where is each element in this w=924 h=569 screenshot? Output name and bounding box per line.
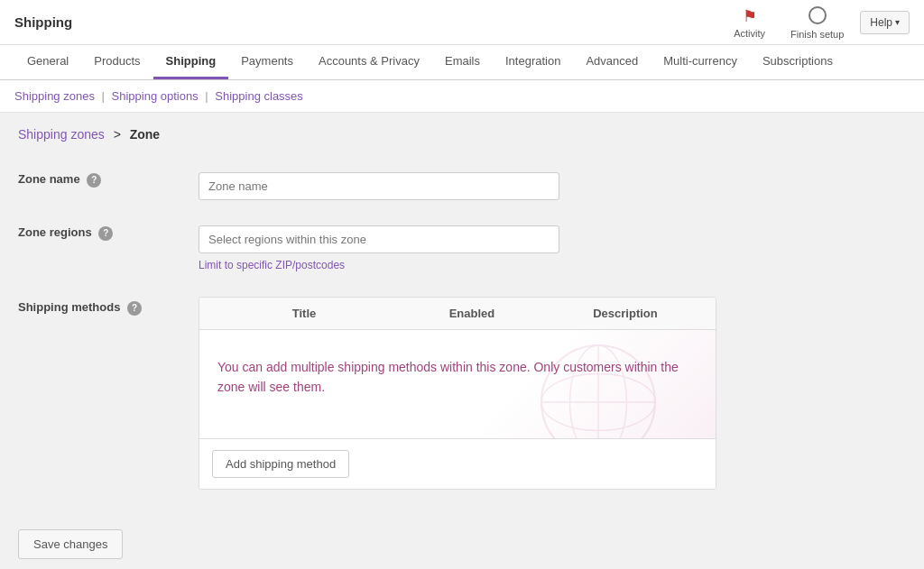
shipping-methods-footer: Add shipping method (199, 438, 716, 489)
shipping-methods-label-cell: Shipping methods ? (18, 284, 199, 502)
zone-regions-help-icon[interactable]: ? (98, 226, 113, 241)
shipping-methods-label: Shipping methods (18, 300, 120, 314)
page-content: Shipping zones > Zone Zone name ? Zone r… (0, 113, 924, 569)
limit-zip-link[interactable]: Limit to specific ZIP/postcodes (199, 259, 906, 271)
sub-nav-sep-1: | (102, 89, 108, 103)
sub-nav: Shipping zones | Shipping options | Ship… (0, 80, 924, 113)
sub-nav-shipping-classes[interactable]: Shipping classes (215, 89, 303, 103)
help-label: Help (870, 16, 892, 29)
shipping-methods-help-icon[interactable]: ? (127, 301, 142, 316)
activity-label: Activity (734, 28, 765, 39)
tab-multi-currency[interactable]: Multi-currency (651, 45, 750, 79)
tab-shipping[interactable]: Shipping (153, 45, 229, 79)
breadcrumb-current: Zone (130, 127, 160, 142)
chevron-down-icon: ▾ (895, 17, 900, 27)
finish-setup-label: Finish setup (790, 29, 844, 40)
col-enabled: Enabled (409, 298, 535, 329)
help-button[interactable]: Help ▾ (860, 11, 910, 34)
sub-nav-sep-2: | (205, 89, 211, 103)
tab-integration[interactable]: Integration (493, 45, 573, 79)
sub-nav-shipping-zones[interactable]: Shipping zones (14, 89, 95, 103)
activity-icon: ⚑ (743, 6, 757, 26)
finish-setup-icon (808, 5, 827, 27)
top-bar: Shipping ⚑ Activity Finish setup Help ▾ (0, 0, 924, 45)
tab-subscriptions[interactable]: Subscriptions (750, 45, 845, 79)
form-table: Zone name ? Zone regions ? Limit to spec… (18, 160, 906, 502)
breadcrumb-link[interactable]: Shipping zones (18, 127, 105, 142)
zone-name-label: Zone name (18, 172, 80, 186)
shipping-methods-body: You can add multiple shipping methods wi… (199, 330, 716, 438)
shipping-methods-row: Shipping methods ? Title Enabled Descrip… (18, 284, 906, 502)
zone-name-label-cell: Zone name ? (18, 160, 199, 213)
shipping-methods-content-cell: Title Enabled Description (199, 284, 906, 502)
col-title: Title (199, 298, 409, 329)
tab-payments[interactable]: Payments (228, 45, 306, 79)
finish-setup-button[interactable]: Finish setup (781, 0, 853, 45)
col-description: Description (535, 298, 716, 329)
add-shipping-method-button[interactable]: Add shipping method (212, 450, 349, 478)
top-bar-right: ⚑ Activity Finish setup Help ▾ (725, 0, 910, 45)
main-nav: General Products Shipping Payments Accou… (0, 45, 924, 80)
zone-name-row: Zone name ? (18, 160, 906, 213)
zone-regions-row: Zone regions ? Limit to specific ZIP/pos… (18, 213, 906, 284)
app-title: Shipping (14, 14, 72, 30)
zone-name-help-icon[interactable]: ? (87, 173, 101, 188)
tab-emails[interactable]: Emails (432, 45, 493, 79)
shipping-methods-container: Title Enabled Description (199, 297, 716, 490)
shipping-methods-header: Title Enabled Description (199, 298, 716, 330)
zone-regions-label-cell: Zone regions ? (18, 213, 199, 284)
methods-empty-message: You can add multiple shipping methods wi… (217, 357, 698, 398)
breadcrumb: Shipping zones > Zone (18, 127, 906, 142)
zone-name-input-cell (199, 160, 906, 213)
tab-advanced[interactable]: Advanced (573, 45, 651, 79)
breadcrumb-separator: > (114, 127, 121, 142)
tab-accounts-privacy[interactable]: Accounts & Privacy (306, 45, 432, 79)
save-changes-button[interactable]: Save changes (18, 529, 123, 559)
tab-general[interactable]: General (14, 45, 81, 79)
zone-regions-input-cell: Limit to specific ZIP/postcodes (199, 213, 906, 284)
tab-products[interactable]: Products (81, 45, 152, 79)
svg-point-0 (809, 7, 826, 23)
activity-button[interactable]: ⚑ Activity (725, 1, 774, 44)
sub-nav-shipping-options[interactable]: Shipping options (112, 89, 199, 103)
zone-name-input[interactable] (199, 172, 559, 200)
zone-regions-input[interactable] (199, 225, 559, 253)
zone-regions-label: Zone regions (18, 225, 92, 239)
save-section: Save changes (18, 520, 906, 559)
